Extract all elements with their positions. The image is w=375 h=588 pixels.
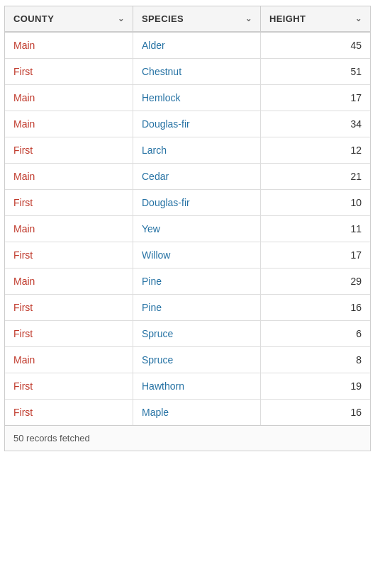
table-footer: 50 records fetched [5, 425, 370, 451]
header-height-label: HEIGHT [269, 13, 306, 24]
cell-height: 6 [260, 321, 370, 346]
cell-height: 51 [260, 59, 370, 84]
cell-species: Pine [133, 268, 260, 294]
cell-species: Larch [133, 137, 260, 163]
cell-county: Main [5, 164, 133, 189]
cell-height: 8 [260, 347, 370, 373]
table-row: FirstPine16 [5, 295, 370, 321]
cell-species: Douglas-fir [133, 190, 260, 215]
cell-county: First [5, 400, 133, 425]
cell-species: Hemlock [133, 85, 260, 111]
cell-species: Chestnut [133, 59, 260, 84]
table-body: MainAlder45FirstChestnut51MainHemlock17M… [5, 33, 370, 425]
cell-species: Cedar [133, 164, 260, 189]
cell-county: Main [5, 85, 133, 111]
table-row: FirstSpruce6 [5, 321, 370, 347]
table-row: FirstLarch12 [5, 137, 370, 164]
cell-county: Main [5, 347, 133, 373]
cell-height: 45 [260, 33, 370, 58]
table-row: FirstWillow17 [5, 242, 370, 268]
cell-height: 10 [260, 190, 370, 215]
header-county-label: COUNTY [13, 13, 54, 24]
cell-height: 17 [260, 242, 370, 268]
table-row: MainAlder45 [5, 33, 370, 59]
cell-county: Main [5, 33, 133, 58]
table-row: MainCedar21 [5, 164, 370, 190]
table-row: FirstMaple16 [5, 400, 370, 425]
cell-species: Pine [133, 295, 260, 320]
cell-county: First [5, 321, 133, 346]
cell-height: 34 [260, 111, 370, 137]
table-row: FirstDouglas-fir10 [5, 190, 370, 216]
cell-county: First [5, 242, 133, 268]
table-row: MainSpruce8 [5, 347, 370, 373]
header-height[interactable]: HEIGHT ⌄ [260, 6, 370, 31]
cell-height: 16 [260, 295, 370, 320]
cell-height: 17 [260, 85, 370, 111]
cell-height: 11 [260, 216, 370, 242]
data-table: COUNTY ⌄ SPECIES ⌄ HEIGHT ⌄ MainAlder45F… [4, 6, 371, 451]
cell-county: Main [5, 216, 133, 242]
cell-county: First [5, 59, 133, 84]
cell-county: Main [5, 111, 133, 137]
cell-species: Spruce [133, 347, 260, 373]
header-county[interactable]: COUNTY ⌄ [5, 6, 133, 31]
table-row: MainYew11 [5, 216, 370, 242]
cell-county: First [5, 190, 133, 215]
cell-height: 19 [260, 373, 370, 399]
chevron-down-icon: ⌄ [118, 14, 124, 23]
chevron-down-icon: ⌄ [355, 14, 362, 23]
records-fetched-label: 50 records fetched [13, 433, 90, 443]
table-row: MainPine29 [5, 268, 370, 295]
cell-county: Main [5, 268, 133, 294]
table-row: MainDouglas-fir34 [5, 111, 370, 137]
cell-height: 12 [260, 137, 370, 163]
cell-species: Willow [133, 242, 260, 268]
cell-species: Maple [133, 400, 260, 425]
cell-species: Yew [133, 216, 260, 242]
table-row: MainHemlock17 [5, 85, 370, 111]
cell-county: First [5, 373, 133, 399]
chevron-down-icon: ⌄ [245, 14, 252, 23]
table-row: FirstHawthorn19 [5, 373, 370, 400]
table-header: COUNTY ⌄ SPECIES ⌄ HEIGHT ⌄ [5, 6, 370, 33]
header-species-label: SPECIES [142, 13, 184, 24]
cell-height: 29 [260, 268, 370, 294]
cell-species: Hawthorn [133, 373, 260, 399]
cell-species: Douglas-fir [133, 111, 260, 137]
table-row: FirstChestnut51 [5, 59, 370, 85]
cell-county: First [5, 137, 133, 163]
cell-species: Spruce [133, 321, 260, 346]
cell-height: 16 [260, 400, 370, 425]
cell-county: First [5, 295, 133, 320]
cell-height: 21 [260, 164, 370, 189]
header-species[interactable]: SPECIES ⌄ [133, 6, 260, 31]
cell-species: Alder [133, 33, 260, 58]
